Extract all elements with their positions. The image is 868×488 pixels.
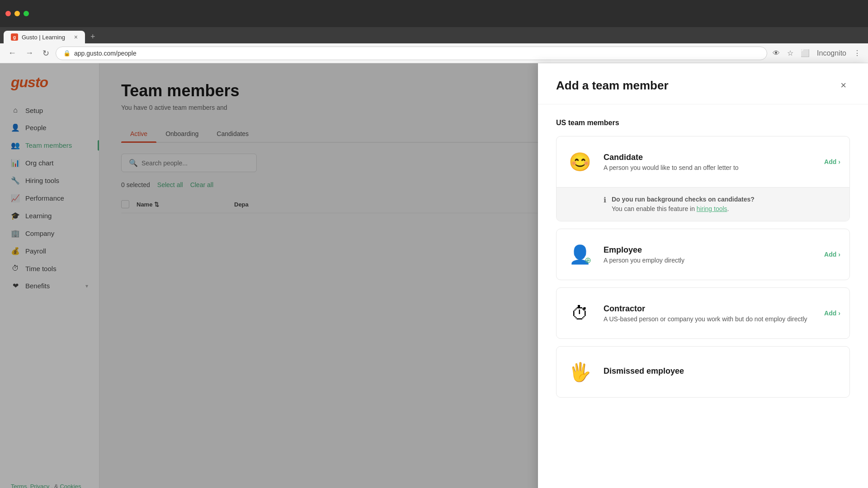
menu-button[interactable]: ⋮: [852, 47, 863, 59]
info-box-heading: Do you run background checks on candidat…: [612, 196, 755, 203]
browser-nav-bar: ← → ↻ 🔒 app.gusto.com/people 👁 ☆ ⬜ Incog…: [0, 43, 868, 63]
candidate-card-wrapper: 😊 Candidate A person you would like to s…: [556, 136, 850, 221]
tab-bar: g Gusto | Learning × +: [0, 27, 868, 43]
dismissed-card[interactable]: 🖐 Dismissed employee: [556, 346, 850, 398]
contractor-title: Contractor: [604, 304, 815, 314]
window-icon[interactable]: ⬜: [799, 47, 811, 59]
incognito-button[interactable]: Incognito: [815, 47, 848, 59]
info-box-text: Do you run background checks on candidat…: [612, 195, 755, 214]
active-tab[interactable]: g Gusto | Learning ×: [4, 31, 85, 43]
contractor-card[interactable]: ⏱ Contractor A US-based person or compan…: [556, 287, 850, 339]
modal-title: Add a team member: [556, 79, 669, 93]
dismissed-title: Dismissed employee: [604, 366, 840, 376]
candidate-info-box: ℹ Do you run background checks on candid…: [557, 187, 849, 221]
modal-header: Add a team member ×: [538, 63, 868, 104]
nav-actions: 👁 ☆ ⬜ Incognito ⋮: [771, 47, 863, 59]
modal-close-button[interactable]: ×: [837, 78, 850, 93]
eye-off-icon[interactable]: 👁: [771, 47, 782, 59]
browser-window-controls: [0, 0, 868, 27]
candidate-title: Candidate: [604, 153, 815, 162]
employee-add-button[interactable]: Add ›: [824, 251, 840, 258]
modal-body: US team members 😊 Candidate A person you…: [538, 104, 868, 412]
forward-button[interactable]: →: [23, 47, 36, 60]
employee-title: Employee: [604, 245, 815, 255]
employee-info: Employee A person you employ directly: [604, 245, 815, 264]
employee-description: A person you employ directly: [604, 257, 815, 264]
tab-title-text: Gusto | Learning: [22, 34, 71, 41]
employee-icon: 👤⊕: [566, 240, 594, 269]
us-section-label: US team members: [556, 119, 850, 127]
contractor-info: Contractor A US-based person or company …: [604, 304, 815, 323]
add-team-member-modal: Add a team member × US team members 😊 Ca…: [538, 63, 868, 488]
bookmark-icon[interactable]: ☆: [785, 47, 795, 59]
info-box-period: .: [727, 205, 729, 212]
candidate-add-button[interactable]: Add ›: [824, 158, 840, 165]
address-bar[interactable]: 🔒 app.gusto.com/people: [56, 47, 767, 60]
info-box-body-before: You can enable this feature in: [612, 205, 695, 212]
hiring-tools-link[interactable]: hiring tools: [697, 205, 727, 212]
refresh-button[interactable]: ↻: [40, 47, 52, 60]
app-layout: gusto ⌂ Setup 👤 People 👥 Team members 📊 …: [0, 63, 868, 488]
employee-card[interactable]: 👤⊕ Employee A person you employ directly…: [556, 229, 850, 280]
dismissed-icon: 🖐: [566, 357, 594, 386]
contractor-description: A US-based person or company you work wi…: [604, 315, 815, 323]
incognito-label: Incognito: [817, 49, 846, 57]
candidate-info: Candidate A person you would like to sen…: [604, 153, 815, 171]
candidate-add-label: Add: [824, 158, 836, 165]
dismissed-info: Dismissed employee: [604, 366, 840, 378]
address-text: app.gusto.com/people: [74, 50, 760, 57]
employee-add-chevron: ›: [838, 251, 840, 258]
contractor-add-label: Add: [824, 310, 836, 317]
candidate-description: A person you would like to send an offer…: [604, 164, 815, 171]
info-icon: ℹ: [604, 196, 606, 204]
candidate-card[interactable]: 😊 Candidate A person you would like to s…: [557, 136, 849, 187]
contractor-add-button[interactable]: Add ›: [824, 310, 840, 317]
candidate-icon: 😊: [566, 147, 594, 176]
tab-close-button[interactable]: ×: [74, 33, 78, 41]
candidate-add-chevron: ›: [838, 158, 840, 165]
new-tab-button[interactable]: +: [87, 30, 99, 43]
contractor-icon: ⏱: [566, 299, 594, 328]
back-button[interactable]: ←: [5, 47, 19, 60]
employee-add-label: Add: [824, 251, 836, 258]
contractor-add-chevron: ›: [838, 310, 840, 317]
tab-favicon: g: [11, 33, 18, 41]
